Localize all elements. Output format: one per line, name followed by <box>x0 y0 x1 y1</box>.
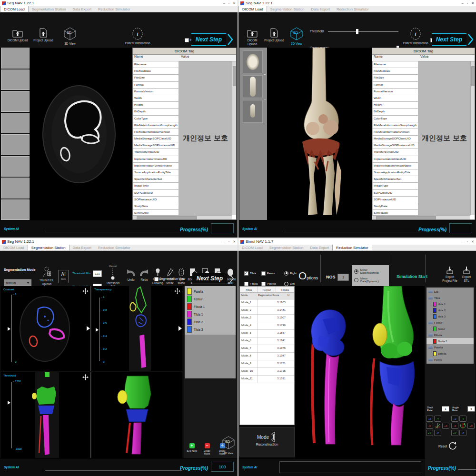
tree-item[interactable]: Fibula <box>426 332 474 338</box>
export-stl-button[interactable]: Export STL <box>459 266 474 282</box>
thumbnail-slot[interactable] <box>1 113 30 134</box>
threshold-min-input[interactable]: 131 <box>93 270 102 277</box>
rotate-minus-x-button[interactable]: -X <box>451 423 458 429</box>
viewport-coronal-leg[interactable]: Threshold 1500-1000 <box>1 372 91 458</box>
side-radio[interactable]: Right <box>284 268 297 278</box>
nos-input[interactable]: 1 <box>337 274 349 281</box>
minimize-button[interactable]: – <box>223 240 225 244</box>
minimize-button[interactable]: – <box>462 240 464 244</box>
pan-arrow[interactable] <box>178 326 182 331</box>
tree-item[interactable]: Pelvis <box>426 357 474 363</box>
dicom-tag-row[interactable]: ImplementationVersionName <box>133 163 179 169</box>
tree-item[interactable]: tibia 3 <box>426 313 474 319</box>
tree-item[interactable]: Etc <box>426 288 474 295</box>
mode-row[interactable]: Mode_2 3.1481 <box>240 307 294 315</box>
3d-view-button[interactable]: 3D 3D View <box>221 436 236 455</box>
dicom-tag-row[interactable]: MediaStorageSOPClassUID <box>133 136 179 142</box>
rotate-plus-z-button[interactable]: +Z <box>451 416 458 422</box>
mode-row[interactable]: Mode_1 3.1965 <box>240 299 294 307</box>
dicom-tag-row[interactable]: MediaStorageSOPInstanceUID <box>133 142 179 149</box>
viewport-3d-segmented[interactable] <box>92 372 182 458</box>
menu-tab[interactable]: DICOM Load <box>0 245 28 250</box>
dicom-tag-row[interactable]: FileModDate <box>372 68 418 75</box>
thumbnail-bone-fragment[interactable] <box>243 100 263 123</box>
close-button[interactable]: ✕ <box>233 240 236 244</box>
dicom-tag-row[interactable]: BitDepth <box>133 109 179 115</box>
viewport-front-contours[interactable]: Transparency 10.80.60.40.20 <box>92 286 182 371</box>
menu-tab[interactable]: Segmentation Station <box>266 245 307 250</box>
dicom-tag-row[interactable]: SOPInstanceUID <box>372 197 418 203</box>
export-project-button[interactable]: Export Project File <box>442 266 457 282</box>
dicom-tag-row[interactable]: ImplementationClassUID <box>133 156 179 163</box>
translate-minus-y-button[interactable]: -Y <box>434 416 441 422</box>
menu-tab[interactable]: Data Export <box>308 6 334 12</box>
dicom-tag-row[interactable]: MediaStorageSOPClassUID <box>372 136 418 142</box>
dicom-tag-row[interactable]: ImageType <box>133 183 179 189</box>
dicom-upload-button[interactable]: DICOM Upload <box>242 29 262 46</box>
thumbnail-long-bone[interactable] <box>243 75 263 98</box>
titlebar[interactable]: Simul NAV 1.1.7 – ▫ ✕ <box>238 238 476 245</box>
maximize-button[interactable]: ▫ <box>467 240 468 244</box>
dicom-tag-row[interactable]: Filename <box>133 61 179 68</box>
tree-item[interactable]: Femur <box>426 319 474 326</box>
mode-row[interactable]: Mode_9 3.1751 <box>240 360 294 368</box>
rotate-plus-y-button[interactable]: +Y <box>451 430 458 436</box>
dicom-tag-row[interactable]: FileSize <box>133 75 179 81</box>
segmentation-view-checkbox[interactable]: Segmentation View <box>154 277 185 281</box>
translate-plus-x-button[interactable]: +X <box>442 423 449 429</box>
mask-action-button[interactable]: − Erode Mask <box>201 443 213 456</box>
move-crosshair-icon[interactable] <box>82 374 89 380</box>
dicom-tag-row[interactable]: FormatVersion <box>133 89 179 95</box>
close-button[interactable]: ✕ <box>233 1 236 5</box>
thumbnail-slot[interactable] <box>1 134 30 155</box>
thumbnail-axial[interactable] <box>243 50 263 73</box>
bone-tab[interactable]: Fibula <box>276 287 294 292</box>
simulation-3d-viewport[interactable] <box>295 286 425 458</box>
dicom-tag-row[interactable]: FileMetaInformationVersion <box>372 129 418 136</box>
reset-button[interactable]: Reset <box>438 441 457 451</box>
dicom-upload-button[interactable]: DICOM Upload <box>7 29 29 42</box>
tree-item[interactable]: tibia 2 <box>426 307 474 313</box>
dicom-tag-row[interactable]: ImplementationVersionName <box>372 163 418 169</box>
menu-tab[interactable]: Segmentation Station <box>267 6 308 12</box>
dicom-tag-row[interactable]: Format <box>133 82 179 89</box>
dicom-tag-row[interactable]: FileMetaInformationGroupLength <box>372 122 418 129</box>
tree-item[interactable]: tibia 1 <box>426 301 474 307</box>
dicom-tag-row[interactable]: Width <box>372 95 418 102</box>
menu-tab[interactable]: DICOM Load <box>238 6 267 12</box>
split-mask-button[interactable]: Split Mask <box>176 268 187 285</box>
viewport-axial-contours[interactable]: Contrast 10 <box>1 286 91 371</box>
mode-row[interactable]: Mode_4 3.1736 <box>240 322 294 330</box>
mirror-data-radio[interactable]: Mirror Data(Matching) <box>354 267 387 276</box>
dicom-tag-row[interactable]: TransferSyntaxUID <box>372 149 418 156</box>
volume-render-viewport[interactable] <box>267 48 372 220</box>
vertical-scrollbar[interactable] <box>232 61 236 215</box>
menu-tab[interactable]: Segmentation Station <box>28 245 69 250</box>
threshold-set-button[interactable]: Manual Threshold Set <box>104 264 122 288</box>
dicom-tag-row[interactable]: Filename <box>372 61 418 68</box>
legend-item[interactable]: Tibia 3 <box>185 326 236 333</box>
dicom-tag-row[interactable]: SOPClassUID <box>372 190 418 197</box>
vertical-scrollbar[interactable] <box>470 61 475 215</box>
move-crosshair-icon[interactable] <box>174 288 180 294</box>
close-button[interactable]: ✕ <box>471 1 474 5</box>
axial-ct-viewport[interactable] <box>30 48 132 220</box>
dicom-tag-row[interactable]: StudyDate <box>133 203 179 210</box>
titlebar[interactable]: Seg NAV 1.22.1 – ▫ ✕ <box>238 0 476 6</box>
patient-information-button[interactable]: i Patient Information <box>125 27 150 45</box>
horizontal-scrollbar[interactable] <box>133 215 232 219</box>
legend-item[interactable]: Tibia 2 <box>185 318 236 326</box>
slider-handle[interactable] <box>8 327 10 331</box>
titlebar[interactable]: Seg NAV 1.22.1 – ▫ ✕ <box>0 238 238 245</box>
mode-reconstruction-button[interactable]: Mode Reconstruction <box>239 427 295 456</box>
menu-tab[interactable]: Reduction Simulator <box>95 6 134 12</box>
legend-item[interactable]: Patella <box>185 288 236 295</box>
rotate-minus-y-button[interactable]: -Y <box>459 416 466 422</box>
slider-handle[interactable] <box>96 328 99 332</box>
simulation-start-button[interactable]: Simulation Start <box>397 274 427 279</box>
bone-checkbox[interactable]: Tibia <box>244 268 261 278</box>
mask-action-button[interactable]: + Seg New <box>186 443 198 453</box>
dicom-tag-row[interactable]: SpecificCharacterSet <box>133 176 179 183</box>
thumbnail-slot[interactable] <box>1 178 30 198</box>
angle-rate-input[interactable]: 5 <box>467 406 475 412</box>
